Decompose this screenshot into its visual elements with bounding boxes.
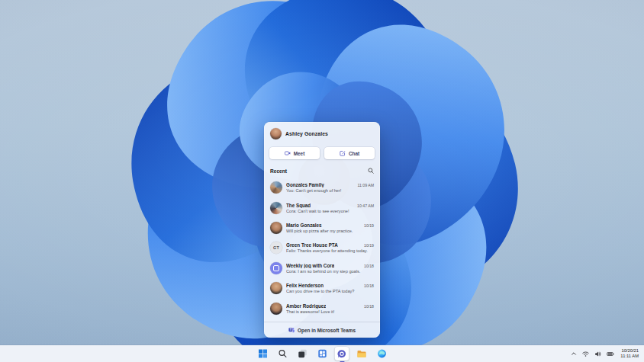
taskbar-center-icons [256,345,389,362]
search-icon [368,168,374,174]
battery-button[interactable] [606,350,615,358]
conversation-text: Felix Henderson 10/18 Can you drive me t… [286,283,374,293]
conversation-text: Green Tree House PTA 10/19 Felix: Thanks… [286,242,374,253]
user-avatar[interactable] [270,128,282,139]
conversation-list: Gonzales Family 11:09 AM You: Can't get … [264,176,380,322]
conversation-preview: Can you drive me to the PTA today? [286,289,374,293]
conversation-preview: Cora: Can't wait to see everyone! [286,209,374,213]
user-name: Ashley Gonzales [285,131,328,136]
conversation-name: Green Tree House PTA [286,242,338,248]
recent-label: Recent [270,168,287,174]
conversation-avatar [270,262,282,274]
conversation-row[interactable]: The Squad 10:47 AM Cora: Can't wait to s… [267,197,377,217]
tray-time: 11:11 AM [620,354,639,359]
teams-logo-icon: T [288,327,295,333]
clock[interactable]: 10/20/21 11:11 AM [619,348,640,360]
compose-icon [340,150,346,156]
file-explorer-button[interactable] [355,347,369,360]
wifi-icon [582,351,589,357]
search-icon [278,349,287,358]
meet-button-label: Meet [294,151,305,156]
video-camera-icon [285,150,291,156]
chat-flyout-panel: Ashley Gonzales Meet Chat Recent Gonzale… [264,122,380,338]
task-view-icon [298,349,307,358]
system-tray: 10/20/21 11:11 AM [570,345,640,362]
edge-browser-icon [377,349,386,358]
windows-start-icon [258,349,267,358]
edge-button[interactable] [375,347,389,360]
conversation-preview: Felix: Thanks everyone for attending tod… [286,248,374,253]
conversation-avatar [270,303,282,315]
conversation-name: Felix Henderson [286,283,324,288]
conversation-avatar [270,282,282,294]
calendar-glyph-icon [273,265,280,272]
conversation-name: Mario Gonzales [286,223,322,228]
tray-overflow-button[interactable] [570,350,578,357]
start-button[interactable] [256,347,270,360]
chat-taskbar-button[interactable] [335,347,349,360]
conversation-avatar [270,202,282,214]
conversation-row[interactable]: Felix Henderson 10/18 Can you drive me t… [267,278,377,298]
conversation-text: Gonzales Family 11:09 AM You: Can't get … [286,182,374,193]
conversation-text: The Squad 10:47 AM Cora: Can't wait to s… [286,203,374,213]
network-button[interactable] [581,350,590,358]
conversation-preview: You: Can't get enough of her! [286,188,374,193]
conversation-row[interactable]: Weekly jog with Cora 10/18 Cora: I am so… [267,258,377,278]
conversation-avatar: GT [270,242,282,254]
flyout-actions: Meet Chat [264,144,380,161]
conversation-text: Mario Gonzales 10/19 Will pick up pizza … [286,223,374,233]
tray-date: 10/20/21 [620,348,639,354]
conversation-timestamp: 11:09 AM [357,183,374,187]
conversation-timestamp: 10/18 [364,264,374,268]
conversation-avatar [270,222,282,234]
conversation-name: Gonzales Family [286,182,324,187]
task-view-button[interactable] [295,347,310,360]
flyout-header: Ashley Gonzales [264,122,380,144]
conversation-row[interactable]: Gonzales Family 11:09 AM You: Can't get … [267,178,377,197]
conversation-name: The Squad [286,203,311,208]
battery-icon [607,351,614,357]
conversation-timestamp: 10/19 [364,243,374,248]
conversation-name: Amber Rodriguez [286,303,326,309]
search-taskbar-button[interactable] [275,347,290,360]
teams-chat-icon [337,349,347,359]
widgets-button[interactable] [315,347,330,360]
search-button[interactable] [368,168,374,174]
conversation-timestamp: 10/18 [364,304,374,309]
conversation-text: Weekly jog with Cora 10/18 Cora: I am so… [286,263,374,274]
conversation-preview: Cora: I am so behind on my step goals. [286,269,374,274]
screen: Ashley Gonzales Meet Chat Recent Gonzale… [0,0,644,362]
conversation-row[interactable]: Amber Rodriguez 10/18 That is awesome! L… [267,298,377,318]
conversation-row[interactable]: GT Green Tree House PTA 10/19 Felix: Tha… [267,238,377,258]
chat-button[interactable]: Chat [324,147,375,159]
widgets-icon [317,349,327,358]
conversation-timestamp: 10:47 AM [357,203,374,208]
recent-header: Recent [264,161,380,176]
open-in-teams-button[interactable]: T Open in Microsoft Teams [264,322,380,338]
chevron-up-icon [571,351,577,357]
chat-button-label: Chat [349,151,359,156]
conversation-timestamp: 10/18 [364,284,374,288]
volume-button[interactable] [594,350,602,358]
conversation-text: Amber Rodriguez 10/18 That is awesome! L… [286,303,374,314]
open-in-teams-label: Open in Microsoft Teams [298,328,356,333]
conversation-timestamp: 10/19 [364,223,374,228]
conversation-preview: Will pick up pizza after my practice. [286,229,374,233]
conversation-preview: That is awesome! Love it! [286,309,374,314]
conversation-row[interactable]: Mario Gonzales 10/19 Will pick up pizza … [267,218,377,238]
file-explorer-icon [357,349,367,359]
speaker-icon [594,351,601,357]
conversation-avatar [270,181,282,194]
meet-button[interactable]: Meet [269,147,320,159]
conversation-name: Weekly jog with Cora [286,263,334,268]
taskbar: 10/20/21 11:11 AM [0,345,644,362]
